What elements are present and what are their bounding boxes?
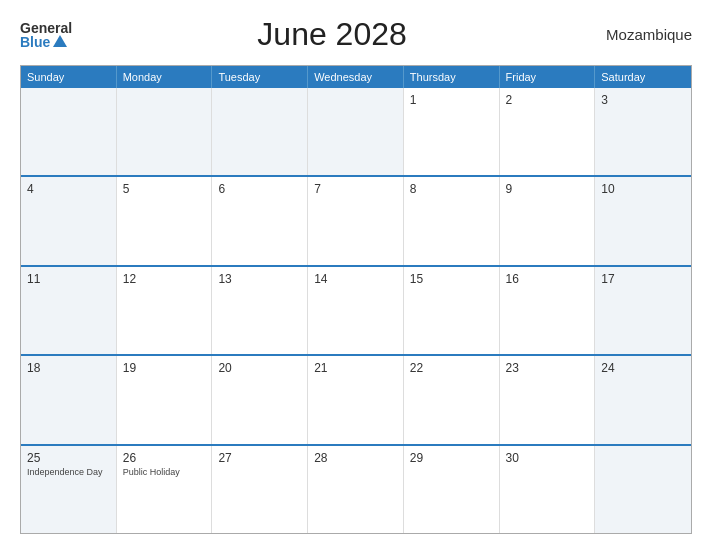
calendar-cell: 24 <box>595 356 691 443</box>
week-row-2: 45678910 <box>21 175 691 264</box>
day-number: 26 <box>123 451 206 465</box>
calendar-cell <box>595 446 691 533</box>
day-number: 10 <box>601 182 685 196</box>
calendar-cell: 19 <box>117 356 213 443</box>
day-number: 18 <box>27 361 110 375</box>
calendar-cell: 25Independence Day <box>21 446 117 533</box>
week-row-5: 25Independence Day26Public Holiday272829… <box>21 444 691 533</box>
day-number: 20 <box>218 361 301 375</box>
day-number: 2 <box>506 93 589 107</box>
calendar-cell <box>308 88 404 175</box>
calendar-cell: 23 <box>500 356 596 443</box>
day-number: 11 <box>27 272 110 286</box>
calendar-cell: 1 <box>404 88 500 175</box>
calendar-cell: 17 <box>595 267 691 354</box>
week-row-4: 18192021222324 <box>21 354 691 443</box>
calendar-cell <box>212 88 308 175</box>
holiday-label: Public Holiday <box>123 467 206 479</box>
calendar-cell: 18 <box>21 356 117 443</box>
page-header: General Blue June 2028 Mozambique <box>20 16 692 53</box>
day-name-thursday: Thursday <box>404 66 500 88</box>
day-number: 7 <box>314 182 397 196</box>
day-number: 23 <box>506 361 589 375</box>
day-number: 12 <box>123 272 206 286</box>
week-row-3: 11121314151617 <box>21 265 691 354</box>
calendar-cell: 21 <box>308 356 404 443</box>
day-number: 5 <box>123 182 206 196</box>
calendar-body: 1234567891011121314151617181920212223242… <box>21 88 691 533</box>
day-number: 1 <box>410 93 493 107</box>
calendar-cell: 15 <box>404 267 500 354</box>
calendar-cell: 9 <box>500 177 596 264</box>
calendar-cell: 22 <box>404 356 500 443</box>
calendar-cell: 4 <box>21 177 117 264</box>
holiday-label: Independence Day <box>27 467 110 479</box>
calendar-cell: 7 <box>308 177 404 264</box>
day-number: 30 <box>506 451 589 465</box>
calendar-cell: 28 <box>308 446 404 533</box>
day-number: 15 <box>410 272 493 286</box>
calendar-cell: 6 <box>212 177 308 264</box>
calendar-cell: 12 <box>117 267 213 354</box>
week-row-1: 123 <box>21 88 691 175</box>
day-number: 29 <box>410 451 493 465</box>
country-label: Mozambique <box>592 26 692 43</box>
day-number: 24 <box>601 361 685 375</box>
logo-triangle-icon <box>53 35 67 47</box>
day-name-tuesday: Tuesday <box>212 66 308 88</box>
day-number: 13 <box>218 272 301 286</box>
calendar-cell: 3 <box>595 88 691 175</box>
calendar-cell: 10 <box>595 177 691 264</box>
calendar-cell: 16 <box>500 267 596 354</box>
day-number: 27 <box>218 451 301 465</box>
day-number: 4 <box>27 182 110 196</box>
logo: General Blue <box>20 21 72 49</box>
day-name-friday: Friday <box>500 66 596 88</box>
day-number: 3 <box>601 93 685 107</box>
day-number: 22 <box>410 361 493 375</box>
calendar-cell: 14 <box>308 267 404 354</box>
logo-blue-text: Blue <box>20 35 72 49</box>
day-number: 25 <box>27 451 110 465</box>
day-name-saturday: Saturday <box>595 66 691 88</box>
calendar-header: SundayMondayTuesdayWednesdayThursdayFrid… <box>21 66 691 88</box>
day-name-wednesday: Wednesday <box>308 66 404 88</box>
calendar: SundayMondayTuesdayWednesdayThursdayFrid… <box>20 65 692 534</box>
calendar-cell: 8 <box>404 177 500 264</box>
calendar-cell: 5 <box>117 177 213 264</box>
day-number: 6 <box>218 182 301 196</box>
day-number: 19 <box>123 361 206 375</box>
day-number: 14 <box>314 272 397 286</box>
calendar-cell <box>117 88 213 175</box>
logo-general-text: General <box>20 21 72 35</box>
day-name-monday: Monday <box>117 66 213 88</box>
day-number: 8 <box>410 182 493 196</box>
day-name-sunday: Sunday <box>21 66 117 88</box>
calendar-cell: 30 <box>500 446 596 533</box>
day-number: 28 <box>314 451 397 465</box>
day-number: 16 <box>506 272 589 286</box>
calendar-cell: 29 <box>404 446 500 533</box>
calendar-cell <box>21 88 117 175</box>
calendar-cell: 11 <box>21 267 117 354</box>
calendar-cell: 20 <box>212 356 308 443</box>
day-number: 9 <box>506 182 589 196</box>
day-number: 17 <box>601 272 685 286</box>
calendar-cell: 13 <box>212 267 308 354</box>
calendar-cell: 2 <box>500 88 596 175</box>
day-number: 21 <box>314 361 397 375</box>
calendar-title: June 2028 <box>72 16 592 53</box>
calendar-cell: 26Public Holiday <box>117 446 213 533</box>
calendar-cell: 27 <box>212 446 308 533</box>
